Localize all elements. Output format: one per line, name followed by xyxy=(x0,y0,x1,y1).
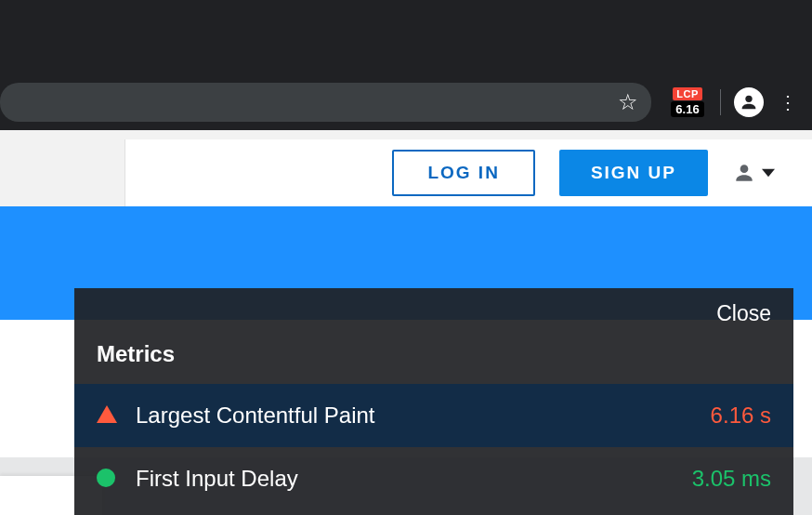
metric-label: First Input Delay xyxy=(136,466,692,492)
profile-avatar-icon[interactable] xyxy=(734,87,764,117)
metric-value: 3.05 ms xyxy=(692,466,771,492)
login-button[interactable]: LOG IN xyxy=(392,150,534,196)
browser-menu-icon[interactable]: ⋮ xyxy=(771,86,805,119)
browser-toolbar: ☆ LCP 6.16 ⋮ xyxy=(0,74,812,130)
extension-tag: LCP xyxy=(673,87,702,100)
page-content: LOG IN SIGN UP Close Metrics Largest Con… xyxy=(0,130,812,515)
good-circle-icon xyxy=(97,469,117,489)
chevron-down-icon xyxy=(762,166,775,179)
metric-row-cls: Cumulative Layout Shift (might change) 0… xyxy=(74,510,793,515)
bookmark-star-icon[interactable]: ☆ xyxy=(618,91,638,113)
address-bar[interactable]: ☆ xyxy=(0,83,651,122)
web-vitals-extension-icon[interactable]: LCP 6.16 xyxy=(668,86,707,119)
user-dropdown[interactable] xyxy=(732,161,775,185)
warning-triangle-icon xyxy=(97,405,117,426)
web-vitals-overlay: Close Metrics Largest Contentful Paint 6… xyxy=(74,288,793,515)
svg-point-1 xyxy=(740,165,749,173)
overlay-title: Metrics xyxy=(74,339,793,384)
svg-point-0 xyxy=(745,96,752,102)
metric-row-fid: First Input Delay 3.05 ms xyxy=(74,447,793,510)
close-button[interactable]: Close xyxy=(716,301,771,326)
user-icon xyxy=(732,161,756,185)
site-header: LOG IN SIGN UP xyxy=(0,130,812,206)
metric-label: Largest Contentful Paint xyxy=(136,403,711,429)
browser-tab-strip xyxy=(0,0,812,74)
extension-value: 6.16 xyxy=(671,101,703,117)
metric-row-lcp: Largest Contentful Paint 6.16 s xyxy=(74,384,793,447)
signup-button[interactable]: SIGN UP xyxy=(559,150,708,196)
metric-value: 6.16 s xyxy=(711,403,771,429)
sidebar-placeholder xyxy=(0,139,125,206)
toolbar-divider xyxy=(720,89,721,115)
